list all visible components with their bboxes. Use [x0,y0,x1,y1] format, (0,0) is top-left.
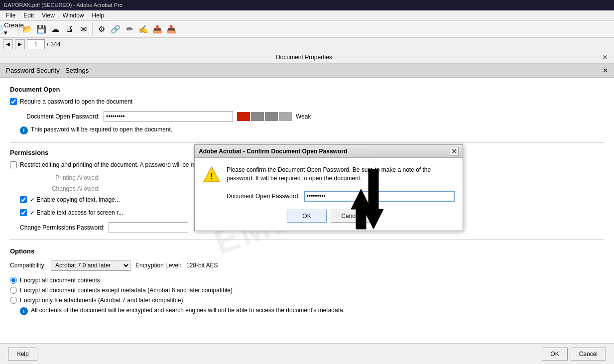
dialog-buttons: OK Cancel [203,210,455,223]
dialog-cancel-button[interactable]: Cancel [331,210,370,223]
warning-icon: ! [203,166,221,184]
dialog-title-text: Adobe Acrobat - Confirm Document Open Pa… [199,148,347,155]
dialog-ok-button[interactable]: OK [287,210,327,223]
dialog-message-text: Please confirm the Document Open Passwor… [227,166,455,183]
modal-overlay: Adobe Acrobat - Confirm Document Open Pa… [0,0,614,364]
svg-text:!: ! [210,171,213,181]
dialog-field-label: Document Open Password: [227,193,300,200]
dialog-field-row: Document Open Password: [227,191,455,202]
dialog-password-input[interactable] [304,191,455,202]
dialog-body: ! Please confirm the Document Open Passw… [195,158,463,231]
dialog-title-bar: Adobe Acrobat - Confirm Document Open Pa… [195,145,463,158]
confirm-password-dialog: Adobe Acrobat - Confirm Document Open Pa… [194,144,463,231]
dialog-message-row: ! Please confirm the Document Open Passw… [203,166,455,184]
dialog-close-button[interactable]: ✕ [450,147,459,156]
